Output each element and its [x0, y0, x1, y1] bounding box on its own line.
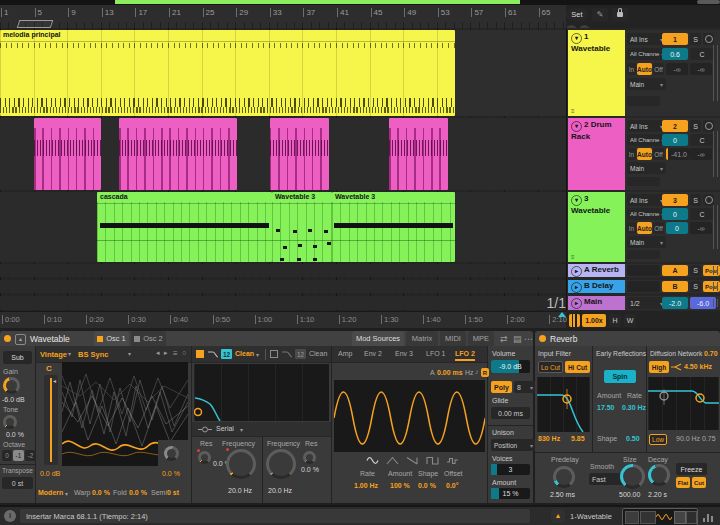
clip-melodia-principal[interactable]: melodia principal [0, 30, 455, 116]
prev-table-icon[interactable]: ◂ [156, 349, 160, 357]
filter-handle[interactable] [195, 409, 202, 416]
output-channel-field[interactable] [627, 250, 660, 259]
octave-minus1-button[interactable]: -1 [13, 450, 24, 461]
zoom-width-button[interactable]: W [624, 314, 636, 327]
send-b-field[interactable]: -∞ [690, 148, 712, 160]
filter1-circuit-dropdown[interactable]: Clean [235, 350, 254, 357]
fold-value[interactable]: 0.0 % [129, 489, 147, 496]
send-b-field[interactable]: -∞ [690, 63, 712, 75]
send-a-field[interactable]: 0 [666, 222, 688, 234]
draw-mode-button[interactable]: ✎ [592, 8, 608, 21]
output-volume-slider[interactable]: -9.0 dB [491, 360, 530, 373]
solo-button[interactable]: S [690, 33, 701, 45]
tab-matrix[interactable]: Matrix [406, 331, 438, 346]
return-lane-a[interactable] [0, 264, 566, 277]
pan-field[interactable]: C [690, 134, 714, 146]
return-header-a-reverb[interactable]: ▸A Reverb A S Post [568, 264, 720, 277]
track-header-3-wavetable[interactable]: ▾3 Wavetable ≡ All Ins 3 S All Channe 0 … [568, 192, 720, 262]
table-list-icon[interactable]: ≡ [173, 349, 178, 358]
monitor-off-button[interactable]: Off [653, 63, 664, 75]
octave-minus2-button[interactable]: -2 [25, 450, 36, 461]
track-lane-2[interactable] [0, 118, 566, 190]
wavetable-title-bar[interactable]: ▴ Wavetable Osc 1 Osc 2 Mod Sources Matr… [0, 331, 533, 346]
loop-brace[interactable] [17, 20, 54, 28]
clip-title[interactable]: cascada [97, 192, 272, 204]
unison-voices-field[interactable]: 3 [491, 464, 530, 475]
track-number-badge[interactable]: 3 [662, 194, 688, 206]
monitor-in-button[interactable]: In [627, 63, 636, 75]
reverb-title-bar[interactable]: Reverb [535, 331, 720, 346]
clip-wavetable3-b[interactable]: Wavetable 3 [332, 192, 455, 262]
routing-field[interactable] [627, 281, 660, 292]
input-routing-dropdown[interactable]: All Ins [627, 194, 666, 206]
solo-button[interactable]: S [690, 281, 701, 292]
sub-osc-button[interactable]: Sub [3, 351, 32, 364]
lfo-attack-value[interactable]: 0.00 ms [437, 369, 463, 376]
pre-post-toggle[interactable]: Post [703, 281, 720, 292]
solo-button[interactable]: S [690, 194, 701, 206]
tab-mod-sources[interactable]: Mod Sources [352, 331, 404, 346]
mod-tab-env3[interactable]: Env 3 [395, 350, 413, 357]
follow-button[interactable] [569, 314, 580, 327]
spin-toggle[interactable]: Spin [604, 370, 636, 383]
f1-res-knob[interactable] [198, 451, 211, 464]
volume-field[interactable]: 0 [662, 134, 688, 146]
input-routing-dropdown[interactable]: All Ins [627, 33, 666, 45]
monitor-off-button[interactable]: Off [653, 148, 664, 160]
output-channel-field[interactable] [627, 96, 660, 106]
solo-button[interactable]: S [690, 120, 701, 132]
arm-button[interactable] [703, 120, 714, 132]
square-shape-icon[interactable] [426, 456, 439, 465]
device-chain-overview[interactable] [622, 508, 698, 525]
output-routing-dropdown[interactable]: Main [627, 162, 666, 174]
crossfade-dropdown[interactable]: 1/2 [627, 297, 666, 309]
predelay-knob[interactable] [553, 466, 575, 488]
track-name-tab[interactable]: ▸A Reverb [568, 264, 625, 277]
voice-count-dropdown[interactable]: 8 [514, 381, 536, 393]
high-shelf-toggle[interactable]: High [649, 361, 669, 373]
saw-shape-icon[interactable] [406, 456, 419, 465]
tab-osc1[interactable]: Osc 1 [94, 331, 129, 346]
slider-handle-icon[interactable]: ◂ [53, 377, 56, 384]
filter1-slope-toggle[interactable]: 12 [221, 349, 232, 359]
table-view-icon[interactable]: ○ [182, 349, 186, 356]
monitor-auto-button[interactable]: Auto [637, 222, 652, 234]
poly-mono-toggle[interactable]: Poly [491, 381, 512, 393]
zoom-level-button[interactable]: 1.00x [582, 314, 606, 327]
routing-field[interactable] [627, 265, 660, 276]
track-header-1-wavetable[interactable]: ▾1 Wavetable ≡ All Ins 1 S All Channe 0.… [568, 30, 720, 116]
drum-clip-2[interactable] [119, 118, 237, 190]
tone-knob[interactable] [3, 415, 17, 429]
er-amount-value[interactable]: 17.50 [597, 404, 615, 411]
hi-cut-toggle[interactable]: Hi Cut [565, 361, 590, 373]
mod-tab-env2[interactable]: Env 2 [364, 350, 382, 357]
main-track-header[interactable]: ▸Main 1/2 -2.0 -6.0 [568, 296, 720, 310]
filter2-on-toggle[interactable] [270, 350, 278, 358]
clip-title[interactable]: Wavetable 3 [272, 192, 332, 204]
filter2-circuit-dropdown[interactable]: Clean [309, 350, 327, 357]
unison-mode-dropdown[interactable]: Position [491, 439, 536, 451]
volume-field[interactable]: 0 [662, 208, 688, 220]
overview-handle[interactable] [697, 0, 720, 4]
lfo-retrigger-toggle[interactable]: R [481, 368, 489, 377]
warp-value[interactable]: 0.0 % [92, 489, 110, 496]
return-lane-b[interactable] [0, 280, 566, 293]
lfo-offset-value[interactable]: 0.0° [446, 482, 459, 489]
track-name-tab[interactable]: ▸Main [568, 296, 625, 310]
lock-envelopes-button[interactable] [612, 8, 628, 21]
low-gain-value[interactable]: 0.75 [702, 435, 716, 442]
set-marker-button[interactable]: Set [566, 8, 588, 21]
octave-0-button[interactable]: 0 [2, 450, 12, 461]
track-lane-3[interactable]: cascada Wavetable 3 Wavetable 3 [0, 192, 566, 262]
device-fold-icon[interactable]: ▴ [15, 334, 26, 345]
midi-channel-dropdown[interactable]: All Channe [627, 48, 666, 60]
time-ruler[interactable]: 0:000:100:200:300:400:501:001:101:201:30… [0, 311, 566, 328]
monitor-auto-button[interactable]: Auto [637, 148, 652, 160]
diffusion-display[interactable] [648, 377, 719, 430]
wavetable-name-dropdown[interactable]: BS Sync [78, 350, 108, 359]
triangle-shape-icon[interactable] [386, 456, 399, 465]
osc2-on-toggle[interactable] [134, 336, 140, 342]
input-routing-dropdown[interactable]: All Ins [627, 120, 666, 132]
lfo-hz-toggle[interactable]: Hz [465, 369, 474, 376]
osc-pan-knob[interactable] [164, 446, 179, 461]
